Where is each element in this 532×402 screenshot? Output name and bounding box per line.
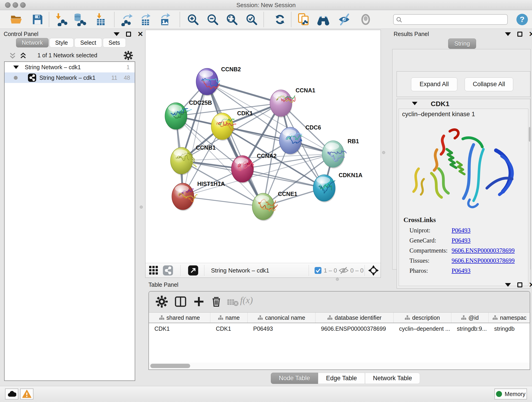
zoom-selected-icon[interactable] bbox=[245, 13, 259, 26]
table-cell[interactable]: CDK1 bbox=[149, 324, 210, 334]
help-icon[interactable]: ? bbox=[516, 13, 530, 27]
section-collapse-icon[interactable] bbox=[412, 102, 418, 105]
column-header-namespac[interactable]: namespac bbox=[489, 313, 531, 323]
column-header-shared-name[interactable]: shared name bbox=[149, 313, 210, 323]
tab-select[interactable]: Select bbox=[75, 38, 102, 47]
export-table-icon[interactable] bbox=[139, 13, 152, 26]
export-network-icon[interactable] bbox=[120, 13, 134, 26]
tab-sets[interactable]: Sets bbox=[103, 38, 126, 47]
collection-expand-icon[interactable] bbox=[13, 65, 19, 69]
table-cell[interactable]: CDK1 bbox=[210, 324, 248, 334]
save-icon[interactable] bbox=[31, 13, 44, 26]
open-folder-icon[interactable] bbox=[10, 13, 23, 26]
float-panel-icon[interactable] bbox=[126, 32, 131, 37]
network-node-cdkn1a[interactable]: CDKN1A bbox=[313, 172, 362, 202]
table-row[interactable]: CDK1CDK1P064939606.ENSP00000378699cyclin… bbox=[149, 324, 530, 334]
network-edge[interactable] bbox=[207, 82, 263, 206]
export-image-icon[interactable] bbox=[158, 13, 172, 26]
float-panel-icon[interactable] bbox=[517, 32, 522, 37]
toolbar-separator bbox=[49, 12, 49, 27]
birdseye-view-icon[interactable] bbox=[368, 265, 379, 277]
show-all-icon[interactable] bbox=[359, 13, 373, 26]
network-options-gear-icon[interactable] bbox=[124, 51, 133, 61]
network-collection-row[interactable]: String Network – cdk1 1 bbox=[5, 62, 135, 72]
protein-section-header[interactable]: CDK1 bbox=[397, 99, 530, 109]
collapse-panel-icon[interactable] bbox=[114, 32, 120, 36]
expand-all-button[interactable]: Expand All bbox=[411, 77, 457, 91]
show-columns-icon[interactable] bbox=[175, 296, 186, 308]
hide-selected-icon[interactable] bbox=[337, 13, 351, 26]
crosslink-link[interactable]: P06493 bbox=[452, 237, 471, 244]
memory-button[interactable]: Memory bbox=[494, 389, 527, 400]
scrollbar-thumb[interactable] bbox=[150, 364, 190, 368]
toolbar-separator bbox=[264, 12, 264, 27]
close-panel-icon[interactable]: ✕ bbox=[529, 32, 532, 37]
right-splitter-handle[interactable] bbox=[382, 151, 385, 154]
network-node-ccna1[interactable]: CCNA1 bbox=[270, 87, 315, 118]
tab-network[interactable]: Network bbox=[16, 38, 49, 47]
bottom-splitter-handle[interactable] bbox=[336, 278, 339, 281]
column-header-description[interactable]: description bbox=[394, 313, 451, 323]
search-icon bbox=[396, 17, 403, 23]
network-canvas[interactable]: CCNB2CCNA1CDC25BCDK1CDC6RB1CCNB1CCNA2CDK… bbox=[146, 30, 380, 263]
tab-network-table[interactable]: Network Table bbox=[365, 373, 420, 384]
tab-style[interactable]: Style bbox=[50, 38, 74, 47]
network-node-ccnb2[interactable]: CCNB2 bbox=[196, 66, 241, 96]
refresh-icon[interactable] bbox=[273, 13, 287, 26]
float-panel-icon[interactable] bbox=[517, 282, 522, 287]
add-column-icon[interactable] bbox=[193, 296, 205, 308]
table-horizontal-scrollbar[interactable] bbox=[149, 363, 530, 370]
network-node-ccne1[interactable]: CCNE1 bbox=[252, 191, 298, 221]
zoom-out-icon[interactable] bbox=[206, 13, 220, 26]
tab-edge-table[interactable]: Edge Table bbox=[318, 373, 365, 384]
delete-column-icon[interactable] bbox=[210, 296, 222, 308]
collapse-panel-icon[interactable] bbox=[505, 32, 511, 36]
zoom-fit-icon[interactable] bbox=[225, 13, 239, 26]
import-network-icon[interactable] bbox=[54, 13, 68, 26]
tab-string[interactable]: String bbox=[448, 38, 476, 49]
import-network-from-database-icon[interactable] bbox=[72, 13, 86, 26]
column-header-canonical-name[interactable]: canonical name bbox=[248, 313, 316, 323]
network-status-dot bbox=[14, 76, 18, 80]
zoom-in-icon[interactable] bbox=[186, 13, 200, 26]
string-view-icon[interactable] bbox=[163, 265, 173, 276]
network-edge[interactable] bbox=[183, 82, 207, 196]
search-input[interactable] bbox=[404, 15, 505, 24]
cloud-button[interactable] bbox=[5, 389, 18, 400]
network-node-rb1[interactable]: RB1 bbox=[322, 138, 359, 168]
tab-node-table[interactable]: Node Table bbox=[271, 373, 318, 384]
network-node-cdc6[interactable]: CDC6 bbox=[279, 124, 321, 155]
collapse-all-networks-icon[interactable] bbox=[9, 52, 16, 60]
crosslink-link[interactable]: 9606.ENSP00000378699 bbox=[452, 247, 515, 254]
table-cell[interactable]: 9606.ENSP00000378699 bbox=[316, 324, 394, 334]
left-splitter-handle[interactable] bbox=[140, 206, 143, 209]
crosslink-link[interactable]: 9606.ENSP00000378699 bbox=[452, 257, 515, 264]
export-view-icon[interactable] bbox=[188, 265, 198, 276]
close-panel-icon[interactable]: ✕ bbox=[138, 32, 143, 37]
results-scrollbar-thumb[interactable] bbox=[529, 127, 531, 142]
first-neighbors-icon[interactable] bbox=[316, 13, 329, 26]
column-header-name[interactable]: name bbox=[210, 313, 248, 323]
table-cell[interactable]: stringdb:9... bbox=[451, 324, 489, 334]
selected-checkbox[interactable] bbox=[315, 267, 322, 274]
import-table-icon[interactable] bbox=[94, 13, 108, 26]
collapse-all-button[interactable]: Collapse All bbox=[465, 77, 513, 91]
collapse-panel-icon[interactable] bbox=[505, 283, 511, 287]
warnings-button[interactable] bbox=[20, 389, 33, 400]
network-node-hist1h1a[interactable]: HIST1H1A bbox=[172, 181, 225, 211]
table-toolbar: f(x) bbox=[149, 292, 530, 313]
grid-view-icon[interactable] bbox=[149, 266, 159, 276]
column-header--id[interactable]: @id bbox=[451, 313, 489, 323]
table-settings-gear-icon[interactable] bbox=[156, 296, 168, 308]
node-label: RB1 bbox=[348, 138, 359, 144]
column-header-database-identifier[interactable]: database identifier bbox=[316, 313, 394, 323]
table-cell[interactable]: cyclin–dependent ... bbox=[394, 324, 451, 334]
network-edge[interactable] bbox=[242, 169, 324, 188]
crosslink-link[interactable]: P06493 bbox=[452, 267, 471, 274]
clone-network-icon[interactable] bbox=[297, 13, 311, 26]
close-panel-icon[interactable]: ✕ bbox=[529, 282, 532, 287]
crosslink-link[interactable]: P06493 bbox=[452, 227, 471, 234]
table-cell[interactable]: P06493 bbox=[248, 324, 316, 334]
network-row[interactable]: String Network – cdk1 11 48 bbox=[5, 72, 135, 83]
table-cell[interactable]: stringdb bbox=[489, 324, 531, 334]
